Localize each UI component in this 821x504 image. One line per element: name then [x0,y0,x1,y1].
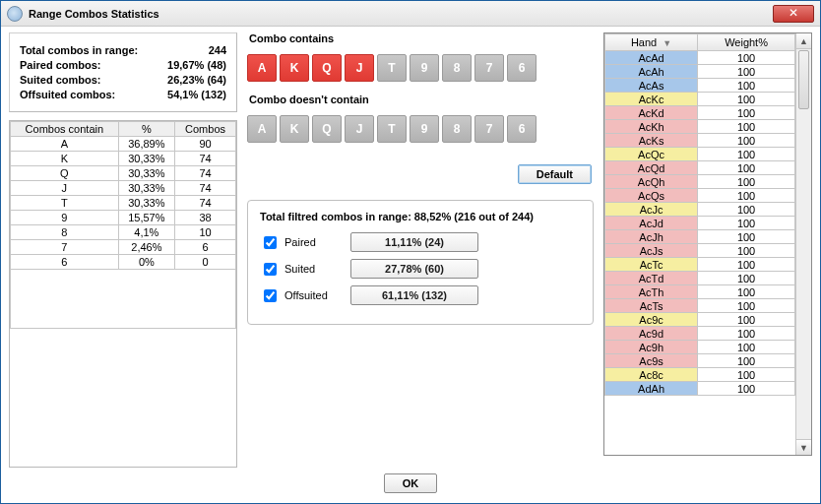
card-button-A[interactable]: A [247,115,277,143]
table-row[interactable]: 72,46%6 [11,240,236,255]
hand-cell: Ac9h [605,341,698,354]
suited-checkbox[interactable] [264,263,277,276]
card-button-7[interactable]: 7 [474,54,504,82]
weight-cell: 100 [698,368,795,382]
hand-cell: AcJd [605,217,698,230]
filtered-offsuited-value[interactable]: 61,11% (132) [350,285,478,305]
table-cell: K [11,152,119,166]
close-button[interactable]: ✕ [773,5,814,23]
card-button-7[interactable]: 7 [474,115,504,143]
contain-th-card[interactable]: Combos contain [11,122,119,137]
hand-cell: AcTc [605,258,698,272]
footer: OK [9,468,812,495]
hand-row[interactable]: AcJs100 [605,244,795,258]
card-button-J[interactable]: J [345,54,374,82]
hand-row[interactable]: AcTc100 [605,258,795,272]
card-button-T[interactable]: T [377,54,407,82]
hand-row[interactable]: Ac9c100 [605,313,795,327]
table-row[interactable]: Q30,33%74 [11,166,236,181]
hand-row[interactable]: AcKd100 [605,106,795,120]
summary-offsuited: Offsuited combos: 54,1% (132) [20,89,226,100]
card-button-8[interactable]: 8 [442,54,472,82]
table-cell: J [11,181,119,196]
table-cell: 30,33% [118,181,174,196]
hand-th-weight[interactable]: Weight% [698,34,795,51]
filtered-suited-check[interactable]: Suited [260,260,343,279]
hand-row[interactable]: AcKh100 [605,120,795,134]
card-button-A[interactable]: A [247,54,277,82]
card-button-8[interactable]: 8 [442,115,472,143]
table-row[interactable]: T30,33%74 [11,196,236,211]
scroll-up-icon[interactable]: ▲ [796,33,811,49]
hand-row[interactable]: AcTh100 [605,285,795,299]
weight-cell: 100 [698,203,795,217]
hand-cell: Ac9c [605,313,698,327]
filtered-paired-check[interactable]: Paired [260,233,343,252]
weight-cell: 100 [698,65,795,79]
card-button-6[interactable]: 6 [507,115,537,143]
offsuited-checkbox[interactable] [264,289,277,302]
hand-row[interactable]: AcAh100 [605,65,795,79]
hand-row[interactable]: Ac9s100 [605,354,795,368]
table-row[interactable]: K30,33%74 [11,152,236,166]
hand-row[interactable]: AcJc100 [605,203,795,217]
table-row[interactable]: A36,89%90 [11,137,236,152]
hand-row[interactable]: AcQh100 [605,175,795,189]
combo-notcontains-row: AKQJT9876 [247,115,594,143]
filtered-offsuited-check[interactable]: Offsuited [260,286,343,305]
card-button-T[interactable]: T [377,115,407,143]
card-button-K[interactable]: K [280,115,309,143]
card-button-Q[interactable]: Q [312,54,342,82]
weight-cell: 100 [698,51,795,65]
hand-row[interactable]: AcQc100 [605,148,795,161]
hand-row[interactable]: AcAd100 [605,51,795,65]
scrollbar[interactable]: ▲ ▼ [795,33,811,455]
hand-row[interactable]: AcTd100 [605,272,795,285]
table-cell: 0 [175,255,236,270]
sort-indicator-icon: ▼ [663,38,671,48]
hand-row[interactable]: AcKc100 [605,93,795,106]
card-button-9[interactable]: 9 [410,54,439,82]
hand-row[interactable]: Ac9h100 [605,341,795,354]
paired-checkbox[interactable] [264,236,277,249]
hand-row[interactable]: AcAs100 [605,79,795,93]
hand-row[interactable]: AcQs100 [605,189,795,203]
weight-cell: 100 [698,244,795,258]
hand-table: Hand ▼ Weight% AcAd100AcAh100AcAs100AcKc… [604,33,795,455]
scroll-thumb[interactable] [798,50,809,109]
hand-row[interactable]: AcTs100 [605,299,795,313]
weight-cell: 100 [698,93,795,106]
summary-total: Total combos in range: 244 [20,44,226,56]
hand-row[interactable]: AcJh100 [605,230,795,244]
filtered-suited-value[interactable]: 27,78% (60) [350,259,478,279]
card-button-6[interactable]: 6 [507,54,537,82]
ok-button[interactable]: OK [384,473,438,493]
table-cell: 9 [11,211,119,225]
hand-row[interactable]: AcKs100 [605,134,795,148]
hand-cell: AcJh [605,230,698,244]
hand-row[interactable]: AcQd100 [605,161,795,175]
contain-th-combos[interactable]: Combos [175,122,236,137]
scroll-down-icon[interactable]: ▼ [796,439,811,455]
hand-row[interactable]: AcJd100 [605,217,795,230]
card-button-J[interactable]: J [345,115,374,143]
table-cell: A [11,137,119,152]
card-button-Q[interactable]: Q [312,115,342,143]
filtered-paired-row: Paired 11,11% (24) [260,232,581,252]
table-row[interactable]: 915,57%38 [11,211,236,225]
hand-row[interactable]: Ac8c100 [605,368,795,382]
filtered-paired-value[interactable]: 11,11% (24) [350,232,478,252]
contain-th-pct[interactable]: % [118,122,174,137]
content: Total combos in range: 244 Paired combos… [1,27,820,503]
hand-cell: AdAh [605,382,698,396]
table-row[interactable]: 60%0 [11,255,236,270]
card-button-K[interactable]: K [280,54,309,82]
default-button[interactable]: Default [518,164,592,184]
table-row[interactable]: J30,33%74 [11,181,236,196]
hand-row[interactable]: Ac9d100 [605,327,795,341]
hand-row[interactable]: AdAh100 [605,382,795,396]
hand-th-hand[interactable]: Hand ▼ [605,34,698,51]
table-row[interactable]: 84,1%10 [11,225,236,240]
card-button-9[interactable]: 9 [410,115,439,143]
table-cell: 2,46% [118,240,174,255]
